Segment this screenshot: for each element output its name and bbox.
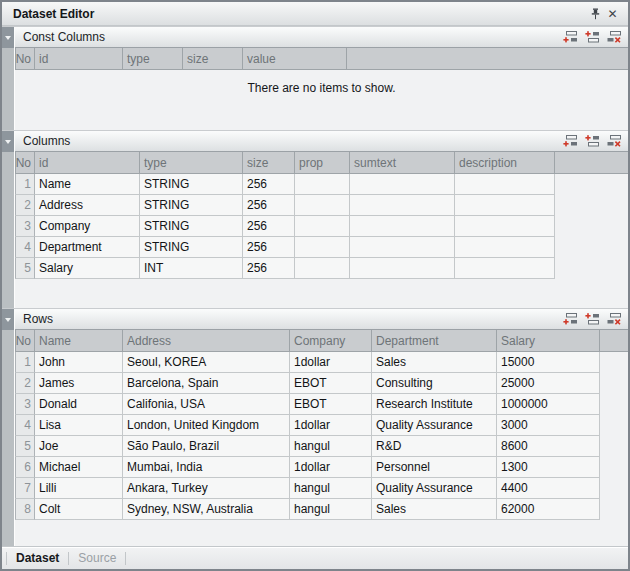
column-header-no[interactable]: No — [15, 330, 35, 352]
table-cell[interactable]: hangul — [290, 478, 372, 499]
table-cell[interactable]: EBOT — [290, 394, 372, 415]
table-cell[interactable]: 256 — [243, 237, 295, 258]
column-header-type[interactable]: type — [140, 152, 243, 174]
table-row[interactable]: 2AddressSTRING256 — [15, 195, 628, 216]
table-cell[interactable]: 8600 — [497, 436, 600, 457]
table-cell[interactable]: Califonia, USA — [123, 394, 290, 415]
column-header-department[interactable]: Department — [372, 330, 497, 352]
table-cell[interactable]: 62000 — [497, 499, 600, 520]
table-cell[interactable]: Mumbai, India — [123, 457, 290, 478]
table-cell[interactable]: Department — [35, 237, 140, 258]
table-cell[interactable] — [295, 195, 350, 216]
column-header-size[interactable]: size — [183, 48, 243, 70]
table-cell[interactable]: 1300 — [497, 457, 600, 478]
delete-row-button[interactable] — [606, 135, 621, 148]
collapse-section-button[interactable] — [2, 131, 15, 152]
table-cell[interactable]: STRING — [140, 195, 243, 216]
row-number-cell[interactable]: 4 — [15, 415, 35, 436]
table-cell[interactable]: hangul — [290, 436, 372, 457]
close-icon[interactable]: ✕ — [604, 5, 621, 22]
row-number-cell[interactable]: 1 — [15, 352, 35, 373]
table-cell[interactable]: 1dollar — [290, 352, 372, 373]
column-header-type[interactable]: type — [123, 48, 183, 70]
table-cell[interactable]: Quality Assurance — [372, 415, 497, 436]
table-row[interactable]: 5JoeSão Paulo, BrazilhangulR&D8600 — [15, 436, 628, 457]
column-header-company[interactable]: Company — [290, 330, 372, 352]
table-row[interactable]: 1NameSTRING256 — [15, 174, 628, 195]
table-cell[interactable]: John — [35, 352, 123, 373]
table-cell[interactable]: Personnel — [372, 457, 497, 478]
table-cell[interactable] — [350, 216, 455, 237]
table-cell[interactable]: hangul — [290, 499, 372, 520]
table-cell[interactable] — [455, 174, 555, 195]
pin-icon[interactable] — [587, 5, 604, 22]
table-row[interactable]: 5SalaryINT256 — [15, 258, 628, 279]
delete-row-button[interactable] — [606, 31, 621, 44]
row-number-cell[interactable]: 6 — [15, 457, 35, 478]
table-cell[interactable]: Michael — [35, 457, 123, 478]
table-cell[interactable]: London, United Kingdom — [123, 415, 290, 436]
table-cell[interactable] — [455, 216, 555, 237]
row-number-cell[interactable]: 1 — [15, 174, 35, 195]
row-number-cell[interactable]: 2 — [15, 373, 35, 394]
table-row[interactable]: 1JohnSeoul, KOREA1dollarSales15000 — [15, 352, 628, 373]
table-cell[interactable] — [295, 216, 350, 237]
table-cell[interactable] — [295, 237, 350, 258]
table-cell[interactable]: 4400 — [497, 478, 600, 499]
row-number-cell[interactable]: 4 — [15, 237, 35, 258]
table-cell[interactable]: Research Institute — [372, 394, 497, 415]
tab-dataset[interactable]: Dataset — [7, 551, 68, 565]
table-cell[interactable] — [295, 258, 350, 279]
table-cell[interactable]: EBOT — [290, 373, 372, 394]
table-cell[interactable]: 256 — [243, 216, 295, 237]
table-row[interactable]: 3DonaldCalifonia, USAEBOTResearch Instit… — [15, 394, 628, 415]
row-number-cell[interactable]: 2 — [15, 195, 35, 216]
table-cell[interactable]: Lilli — [35, 478, 123, 499]
column-header-no[interactable]: No — [15, 48, 35, 70]
table-cell[interactable] — [455, 237, 555, 258]
add-row-button[interactable] — [562, 135, 577, 148]
collapse-section-button[interactable] — [2, 27, 15, 48]
table-cell[interactable]: Colt — [35, 499, 123, 520]
table-cell[interactable] — [350, 195, 455, 216]
table-row[interactable]: 7LilliAnkara, TurkeyhangulQuality Assura… — [15, 478, 628, 499]
add-row-button[interactable] — [562, 313, 577, 326]
table-cell[interactable] — [350, 237, 455, 258]
table-cell[interactable]: Address — [35, 195, 140, 216]
table-cell[interactable]: R&D — [372, 436, 497, 457]
row-number-cell[interactable]: 3 — [15, 216, 35, 237]
column-header-value[interactable]: value — [243, 48, 347, 70]
column-header-salary[interactable]: Salary — [497, 330, 600, 352]
column-header-sumtext[interactable]: sumtext — [350, 152, 455, 174]
table-cell[interactable]: Sales — [372, 499, 497, 520]
table-cell[interactable] — [350, 174, 455, 195]
column-header-no[interactable]: No — [15, 152, 35, 174]
table-cell[interactable]: James — [35, 373, 123, 394]
table-cell[interactable]: STRING — [140, 237, 243, 258]
table-cell[interactable]: Consulting — [372, 373, 497, 394]
table-cell[interactable] — [350, 258, 455, 279]
column-header-id[interactable]: id — [35, 152, 140, 174]
delete-row-button[interactable] — [606, 313, 621, 326]
table-cell[interactable]: 256 — [243, 258, 295, 279]
table-cell[interactable]: Ankara, Turkey — [123, 478, 290, 499]
table-cell[interactable]: INT — [140, 258, 243, 279]
table-row[interactable]: 3CompanySTRING256 — [15, 216, 628, 237]
row-number-cell[interactable]: 5 — [15, 436, 35, 457]
table-row[interactable]: 8ColtSydney, NSW, AustraliahangulSales62… — [15, 499, 628, 520]
table-cell[interactable] — [455, 258, 555, 279]
table-row[interactable]: 6MichaelMumbai, India1dollarPersonnel130… — [15, 457, 628, 478]
column-header-address[interactable]: Address — [123, 330, 290, 352]
add-row-button[interactable] — [562, 31, 577, 44]
column-header-name[interactable]: Name — [35, 330, 123, 352]
tab-source[interactable]: Source — [69, 551, 125, 565]
table-cell[interactable]: 1dollar — [290, 415, 372, 436]
column-header-description[interactable]: description — [455, 152, 555, 174]
table-cell[interactable]: Sales — [372, 352, 497, 373]
insert-row-button[interactable] — [584, 31, 599, 44]
table-cell[interactable]: Donald — [35, 394, 123, 415]
insert-row-button[interactable] — [584, 313, 599, 326]
table-row[interactable]: 4DepartmentSTRING256 — [15, 237, 628, 258]
column-header-prop[interactable]: prop — [295, 152, 350, 174]
table-cell[interactable]: 1dollar — [290, 457, 372, 478]
